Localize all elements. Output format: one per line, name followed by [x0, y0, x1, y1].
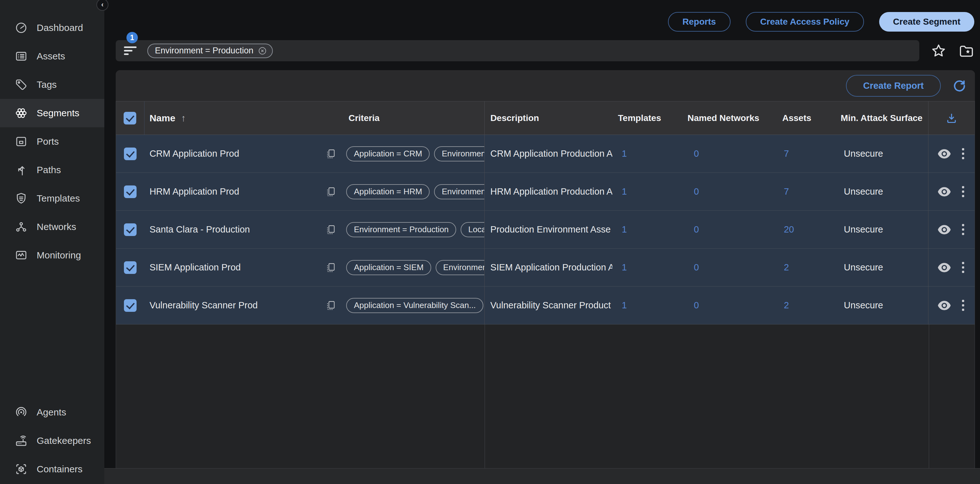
row-menu-icon[interactable] [960, 184, 966, 199]
view-icon[interactable] [937, 263, 951, 273]
table-row[interactable]: Santa Clara - Production Environment = P… [116, 211, 975, 249]
col-templates: Templates [612, 113, 685, 123]
chip-close-icon[interactable] [258, 46, 267, 56]
col-min-attack-surface: Min. Attack Surface [833, 113, 928, 123]
named-networks-count[interactable]: 0 [694, 300, 699, 310]
sidebar-item-label: Tags [37, 79, 57, 90]
row-menu-icon[interactable] [960, 260, 966, 275]
view-icon[interactable] [937, 300, 951, 311]
duplicate-icon[interactable] [325, 224, 336, 235]
row-checkbox[interactable] [124, 299, 137, 312]
segments-panel: Create Report Name ↑ Criteria Descriptio… [116, 70, 975, 468]
criteria-chip: Application = CRM [346, 146, 430, 162]
filter-chip-label: Environment = Production [155, 46, 253, 56]
sidebar-item-templates[interactable]: Templates [0, 184, 104, 213]
column-divider [485, 324, 485, 468]
assets-count[interactable]: 2 [784, 300, 789, 310]
sidebar-item-label: Templates [37, 193, 80, 204]
row-checkbox[interactable] [124, 223, 137, 236]
sidebar-item-monitoring[interactable]: Monitoring [0, 241, 104, 270]
named-networks-count[interactable]: 0 [694, 186, 699, 197]
filter-row: 1 Environment = Production [116, 40, 975, 61]
duplicate-icon[interactable] [325, 262, 336, 273]
sidebar: Dashboard Assets Tags Segments Ports Pat… [0, 0, 104, 484]
templates-count[interactable]: 1 [622, 224, 627, 235]
table-row[interactable]: HRM Application Prod Application = HRM E… [116, 173, 975, 211]
filter-bar[interactable]: 1 Environment = Production [116, 40, 919, 61]
refresh-icon[interactable] [952, 78, 967, 93]
create-segment-button[interactable]: Create Segment [879, 12, 974, 32]
duplicate-icon[interactable] [325, 300, 336, 311]
port-icon [14, 135, 28, 148]
col-assets: Assets [775, 113, 833, 123]
templates-count[interactable]: 1 [622, 149, 627, 159]
col-name[interactable]: Name ↑ [145, 113, 317, 124]
min-attack-surface-value: Unsecure [833, 224, 928, 235]
assets-count[interactable]: 2 [784, 262, 789, 272]
criteria-chip: Application = HRM [346, 184, 430, 199]
sidebar-item-ports[interactable]: Ports [0, 127, 104, 156]
duplicate-icon[interactable] [325, 149, 336, 159]
saved-filters-button[interactable] [958, 42, 975, 59]
sidebar-item-agents[interactable]: Agents [0, 398, 104, 427]
broadcast-icon [14, 406, 28, 419]
sidebar-nav: Dashboard Assets Tags Segments Ports Pat… [0, 14, 104, 270]
table-row[interactable]: CRM Application Prod Application = CRM E… [116, 135, 975, 173]
table-row[interactable]: Vulnerability Scanner Prod Application =… [116, 287, 975, 324]
segment-description: HRM Application Production A [484, 173, 612, 210]
tag-icon [14, 78, 28, 91]
sidebar-item-tags[interactable]: Tags [0, 70, 104, 99]
favorite-filter-button[interactable] [930, 42, 947, 59]
sidebar-item-assets[interactable]: Assets [0, 42, 104, 70]
segment-description: CRM Application Production A [484, 135, 612, 173]
segment-name: HRM Application Prod [145, 186, 317, 197]
assets-count[interactable]: 20 [784, 224, 794, 235]
table-row[interactable]: SIEM Application Prod Application = SIEM… [116, 249, 975, 287]
gauge-icon [14, 21, 28, 35]
min-attack-surface-value: Unsecure [833, 149, 928, 159]
templates-count[interactable]: 1 [622, 186, 627, 197]
assets-count[interactable]: 7 [784, 149, 789, 159]
sidebar-item-networks[interactable]: Networks [0, 213, 104, 241]
duplicate-icon[interactable] [325, 186, 336, 197]
sidebar-item-paths[interactable]: Paths [0, 156, 104, 184]
named-networks-count[interactable]: 0 [694, 262, 699, 272]
named-networks-count[interactable]: 0 [694, 149, 699, 159]
view-icon[interactable] [937, 187, 951, 197]
sidebar-item-containers[interactable]: Containers [0, 455, 104, 483]
criteria-chip: Application = SIEM [346, 260, 431, 275]
sidebar-item-label: Segments [37, 108, 80, 119]
templates-count[interactable]: 1 [622, 300, 627, 310]
templates-count[interactable]: 1 [622, 262, 627, 272]
table-footer [104, 468, 980, 484]
create-report-button[interactable]: Create Report [846, 75, 941, 97]
col-name-label: Name [150, 113, 175, 124]
filter-chip[interactable]: Environment = Production [147, 44, 273, 58]
row-menu-icon[interactable] [960, 298, 966, 313]
row-checkbox[interactable] [124, 148, 137, 160]
sidebar-item-label: Monitoring [37, 250, 81, 261]
paths-icon [14, 163, 28, 176]
row-checkbox[interactable] [124, 261, 137, 274]
create-access-policy-button[interactable]: Create Access Policy [746, 12, 864, 32]
assets-count[interactable]: 7 [784, 186, 789, 197]
sidebar-item-dashboard[interactable]: Dashboard [0, 14, 104, 42]
sidebar-item-gatekeepers[interactable]: Gatekeepers [0, 427, 104, 455]
select-all-checkbox[interactable] [124, 112, 136, 124]
sidebar-item-segments[interactable]: Segments [0, 99, 104, 127]
named-networks-count[interactable]: 0 [694, 224, 699, 235]
router-icon [14, 434, 28, 448]
view-icon[interactable] [937, 149, 951, 159]
sidebar-item-label: Assets [37, 51, 65, 62]
view-icon[interactable] [937, 225, 951, 235]
sidebar-item-label: Networks [37, 221, 76, 232]
network-icon [14, 220, 28, 233]
row-menu-icon[interactable] [960, 222, 966, 237]
criteria-cell: Environment = Production Locatio [345, 222, 484, 237]
row-checkbox[interactable] [124, 186, 137, 198]
download-icon[interactable] [945, 112, 958, 124]
col-criteria: Criteria [345, 113, 484, 123]
row-menu-icon[interactable] [960, 146, 966, 161]
shield-icon [14, 192, 28, 205]
reports-button[interactable]: Reports [668, 12, 730, 32]
